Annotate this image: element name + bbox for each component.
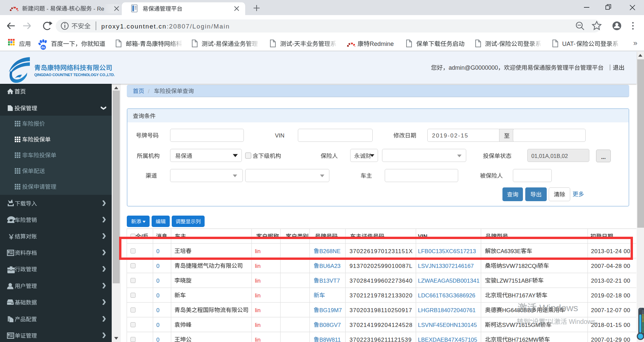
svg-text:admin@G0000000: admin@G0000000	[449, 64, 498, 71]
svg-text:2019-02-15: 2019-02-15	[432, 132, 469, 139]
svg-text:LSVJN133072146167: LSVJN133072146167	[418, 263, 474, 269]
svg-text:/: /	[148, 88, 150, 95]
svg-text:370212197812133020: 370212197812133020	[350, 292, 413, 299]
svg-text:37022619701231151X: 37022619701231151X	[350, 248, 413, 254]
svg-text:Windows: Windows	[567, 318, 596, 325]
svg-text:370214199204124528: 370214199204124528	[350, 322, 413, 328]
svg-text:SVW7182CQi: SVW7182CQi	[502, 263, 538, 269]
svg-text:“: “	[530, 318, 532, 325]
svg-text:370203198110250917: 370203198110250917	[350, 307, 412, 314]
svg-text:91370202599010087L: 91370202599010087L	[350, 263, 413, 269]
svg-text:CA6393E: CA6393E	[496, 248, 521, 254]
svg-text:LHGRB184072040761: LHGRB184072040761	[418, 307, 476, 314]
svg-text:2007-04-28 00: 2007-04-28 00	[591, 263, 630, 269]
svg-text:-: -	[292, 41, 294, 47]
svg-text:LSVNF45E0HN130145: LSVNF45E0HN130145	[418, 322, 477, 328]
svg-text:01,01A,01B,02: 01,01A,01B,02	[531, 153, 568, 159]
svg-text:LDC661T63G3686926: LDC661T63G3686926	[418, 292, 475, 299]
svg-text:2013-02-21 00: 2013-02-21 00	[591, 278, 630, 284]
svg-text:B268NE: B268NE	[319, 248, 340, 254]
svg-text:QINGDAO COUNTNET TECHNOLOGY CO: QINGDAO COUNTNET TECHNOLOGY CO.,LTD.	[34, 73, 115, 77]
svg-text:BG19M7: BG19M7	[319, 307, 342, 314]
svg-text:”: ”	[545, 318, 548, 325]
svg-text:lin: lin	[255, 337, 261, 342]
svg-text:-: -	[214, 41, 216, 47]
svg-text:lin: lin	[255, 307, 261, 314]
svg-text:0: 0	[156, 248, 159, 254]
svg-text:lin: lin	[255, 248, 261, 254]
svg-text:HG6480BB: HG6480BB	[502, 307, 531, 314]
svg-text:lin: lin	[255, 263, 261, 269]
svg-text:...: ...	[601, 154, 606, 160]
svg-text::20807/Login/Main: :20807/Login/Main	[167, 23, 230, 30]
svg-text:370223196211121539: 370223196211121539	[350, 337, 412, 342]
svg-text:du: du	[41, 46, 45, 49]
svg-text:UAT-: UAT-	[562, 41, 576, 47]
svg-text:0: 0	[156, 292, 159, 299]
svg-text:proxy1.countnet.cn: proxy1.countnet.cn	[101, 23, 167, 30]
svg-text:- Re: - Re	[92, 6, 104, 12]
svg-text:2007-01-29 00: 2007-01-29 00	[591, 337, 630, 342]
svg-text:»: »	[633, 39, 637, 47]
svg-text:BH7167AY: BH7167AY	[508, 292, 536, 299]
svg-text:B08GV7: B08GV7	[319, 322, 341, 328]
svg-text:LZW7151ABF: LZW7151ABF	[496, 278, 532, 284]
svg-text:-: -	[497, 41, 499, 47]
svg-text:0: 0	[156, 337, 159, 342]
svg-text:0: 0	[156, 278, 159, 284]
svg-text:0: 0	[156, 322, 159, 328]
svg-text:B8W811: B8W811	[319, 337, 341, 342]
svg-text:BH7162MW: BH7162MW	[508, 337, 539, 342]
svg-text:lin: lin	[255, 278, 261, 284]
svg-text:-: -	[138, 41, 140, 47]
svg-text:0: 0	[156, 263, 159, 269]
svg-text:BU6A23: BU6A23	[319, 263, 340, 269]
svg-text:SVW71615GM: SVW71615GM	[502, 322, 540, 328]
svg-text:lin: lin	[255, 322, 261, 328]
svg-text:-: -	[67, 6, 69, 12]
svg-text:0: 0	[156, 307, 159, 314]
svg-text:LBEXDAEB47X457105: LBEXDAEB47X457105	[418, 337, 477, 342]
svg-text:Redmine: Redmine	[370, 41, 394, 47]
svg-text:B13VT7: B13VT7	[319, 278, 340, 284]
svg-text:2007-12-07 00: 2007-12-07 00	[591, 307, 630, 314]
svg-text:370284199602273640: 370284199602273640	[350, 278, 413, 284]
svg-text:LFB0C135XC6S17213: LFB0C135XC6S17213	[418, 248, 476, 254]
svg-text:2019-02-18 00: 2019-02-18 00	[591, 292, 630, 299]
svg-text:Windows: Windows	[537, 302, 578, 313]
svg-text:lin: lin	[255, 292, 261, 299]
svg-text:LZWAEAGA5DB001341: LZWAEAGA5DB001341	[418, 278, 480, 284]
svg-text:VIN: VIN	[275, 132, 284, 139]
svg-text:-: -	[45, 6, 50, 12]
svg-text:2013-01-24 00: 2013-01-24 00	[591, 248, 630, 254]
